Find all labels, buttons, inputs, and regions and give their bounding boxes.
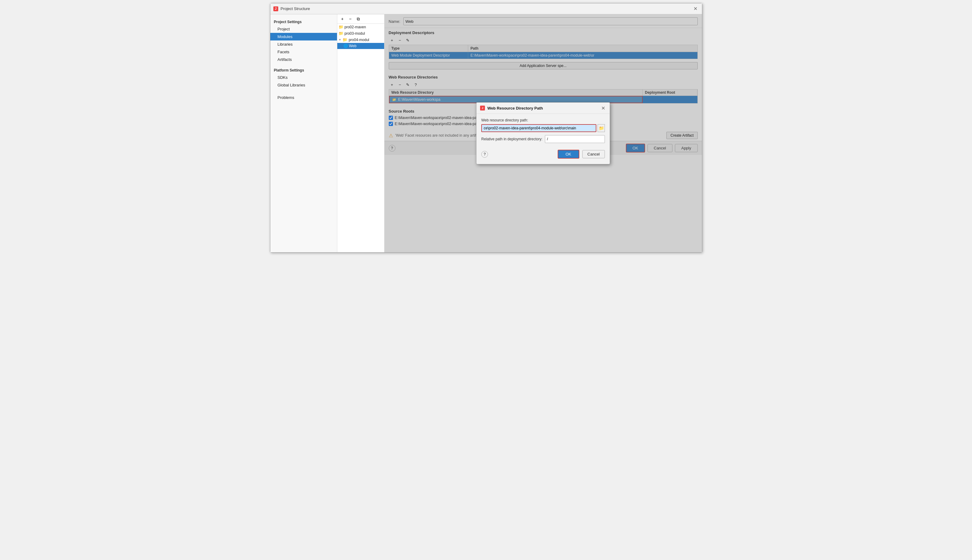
modal-cancel-btn[interactable]: Cancel (582, 150, 605, 158)
modal-input-row: 📁 (481, 124, 605, 132)
remove-module-btn[interactable]: − (347, 15, 354, 22)
project-settings-label: Project Settings (270, 18, 337, 25)
window-body: Project Settings Project Modules Librari… (270, 14, 702, 252)
sidebar: Project Settings Project Modules Librari… (270, 14, 337, 252)
modal-close-btn[interactable]: ✕ (600, 105, 606, 111)
copy-module-btn[interactable]: ⧉ (355, 15, 362, 22)
tree-item-pro04[interactable]: ▼ 📁 pro04-modul (337, 37, 384, 43)
sidebar-item-artifacts[interactable]: Artifacts (270, 56, 337, 63)
expand-icon: ▼ (338, 38, 342, 42)
tree-item-pro03[interactable]: 📁 pro03-modul (337, 30, 384, 37)
modal-title-bar: J Web Resource Directory Path ✕ (477, 103, 610, 114)
modal-path-label: Web resource directory path: (481, 118, 605, 122)
modal-relative-label: Relative path in deployment directory: (481, 137, 542, 141)
tree-item-label: pro03-modul (345, 32, 365, 36)
sidebar-item-modules[interactable]: Modules (270, 33, 337, 40)
sidebar-item-global-libraries[interactable]: Global Libraries (270, 81, 337, 89)
tree-item-label: pro02-maven (345, 25, 366, 29)
modal-help-btn[interactable]: ? (481, 151, 488, 158)
modal-body: Web resource directory path: 📁 Relative … (477, 114, 610, 164)
sidebar-item-facets[interactable]: Facets (270, 48, 337, 56)
sidebar-item-project[interactable]: Project (270, 25, 337, 33)
add-module-btn[interactable]: + (339, 15, 346, 22)
modal-icon: J (480, 106, 485, 110)
window-title: Project Structure (281, 7, 692, 11)
close-button[interactable]: ✕ (692, 5, 699, 12)
folder-icon: 📁 (338, 31, 343, 36)
tree-item-web[interactable]: 🌐 Web (337, 43, 384, 49)
modal-overlay: J Web Resource Directory Path ✕ Web reso… (385, 14, 702, 252)
folder-icon: 📁 (342, 37, 347, 42)
modal-relative-row: Relative path in deployment directory: (481, 135, 605, 143)
sidebar-item-sdks[interactable]: SDKs (270, 73, 337, 81)
module-icon: 🌐 (343, 44, 348, 48)
folder-browse-btn[interactable]: 📁 (598, 124, 605, 132)
tree-item-label: pro04-modul (348, 38, 369, 42)
module-tree-panel: + − ⧉ 📁 pro02-maven 📁 pro03-modul ▼ 📁 pr… (337, 14, 385, 252)
modal-title: Web Resource Directory Path (487, 106, 598, 110)
modal-ok-btn[interactable]: OK (558, 150, 579, 158)
modal-relative-input[interactable] (545, 135, 605, 143)
modal-buttons: ? OK Cancel (481, 147, 605, 160)
folder-icon: 📁 (338, 25, 343, 29)
sidebar-item-libraries[interactable]: Libraries (270, 40, 337, 48)
app-icon: J (273, 7, 278, 11)
title-bar: J Project Structure ✕ (270, 3, 702, 14)
main-panel: Name: Deployment Descriptors + − ✎ Type … (385, 14, 702, 252)
web-resource-directory-dialog: J Web Resource Directory Path ✕ Web reso… (476, 102, 610, 164)
tree-item-label: Web (349, 44, 357, 48)
tree-toolbar: + − ⧉ (337, 14, 384, 24)
sidebar-item-problems[interactable]: Problems (270, 94, 337, 102)
platform-settings-label: Platform Settings (270, 67, 337, 73)
tree-item-pro02[interactable]: 📁 pro02-maven (337, 24, 384, 30)
modal-path-input[interactable] (481, 124, 596, 132)
project-structure-window: J Project Structure ✕ Project Settings P… (270, 3, 702, 253)
